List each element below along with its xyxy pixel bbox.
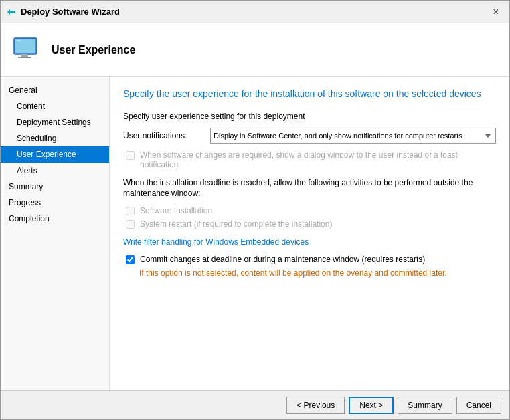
header-section: User Experience [1, 23, 509, 77]
header-icon [11, 34, 44, 66]
svg-rect-4 [18, 57, 31, 58]
next-button[interactable]: Next > [349, 397, 394, 414]
sidebar-item-user-experience[interactable]: User Experience [1, 146, 109, 163]
write-filter-label: Write filter handling for Windows Embedd… [123, 237, 496, 248]
orange-info-text: If this option is not selected, content … [139, 268, 447, 278]
checkbox1[interactable] [126, 151, 135, 160]
content-area: Specify the user experience for the inst… [110, 77, 509, 390]
checkbox3-label: System restart (if required to complete … [140, 219, 332, 229]
notifications-label: User notifications: [123, 131, 210, 140]
sidebar-item-scheduling[interactable]: Scheduling [1, 130, 109, 146]
checkbox4[interactable] [126, 255, 135, 264]
svg-marker-0 [7, 9, 15, 15]
window-title: Deploy Software Wizard [21, 7, 120, 17]
close-button[interactable]: × [488, 4, 504, 20]
sidebar-item-general[interactable]: General [1, 82, 109, 98]
svg-rect-2 [15, 39, 35, 53]
form-section: Specify user experience setting for this… [123, 112, 496, 169]
wizard-icon [6, 7, 17, 17]
title-bar-left: Deploy Software Wizard [6, 7, 120, 17]
checkbox2-row: Software Installation [123, 206, 496, 215]
notifications-row: User notifications: Display in Software … [123, 128, 496, 144]
sidebar-item-deployment-settings[interactable]: Deployment Settings [1, 114, 109, 130]
deadline-section-text: When the installation deadline is reache… [123, 177, 496, 200]
summary-button[interactable]: Summary [398, 397, 452, 414]
checkbox4-label: Commit changes at deadline or during a m… [140, 255, 425, 264]
sidebar-item-progress[interactable]: Progress [1, 195, 109, 211]
footer: < Previous Next > Summary Cancel [1, 390, 509, 419]
header-title: User Experience [52, 44, 135, 56]
sidebar-item-completion[interactable]: Completion [1, 211, 109, 227]
checkbox2[interactable] [126, 207, 135, 215]
main-content: General Content Deployment Settings Sche… [1, 77, 509, 390]
checkbox1-label: When software changes are required, show… [140, 150, 496, 169]
cancel-button[interactable]: Cancel [456, 397, 501, 414]
form-description: Specify user experience setting for this… [123, 112, 496, 121]
sidebar-item-content[interactable]: Content [1, 98, 109, 114]
checkbox1-row: When software changes are required, show… [123, 150, 496, 169]
notifications-select[interactable]: Display in Software Center, and show all… [210, 128, 496, 144]
write-filter-section: Write filter handling for Windows Embedd… [123, 237, 496, 278]
checkbox2-label: Software Installation [140, 206, 212, 215]
sidebar-item-alerts[interactable]: Alerts [1, 163, 109, 179]
checkbox4-row: Commit changes at deadline or during a m… [123, 255, 496, 264]
checkbox3-row: System restart (if required to complete … [123, 219, 496, 229]
previous-button[interactable]: < Previous [286, 397, 345, 414]
title-bar: Deploy Software Wizard × [1, 1, 509, 23]
sidebar: General Content Deployment Settings Sche… [1, 77, 110, 390]
checkbox3[interactable] [126, 220, 135, 229]
wizard-window: Deploy Software Wizard × User Experience… [0, 0, 510, 420]
content-heading: Specify the user experience for the inst… [123, 88, 496, 101]
sidebar-item-summary[interactable]: Summary [1, 179, 109, 195]
svg-rect-3 [21, 54, 28, 57]
